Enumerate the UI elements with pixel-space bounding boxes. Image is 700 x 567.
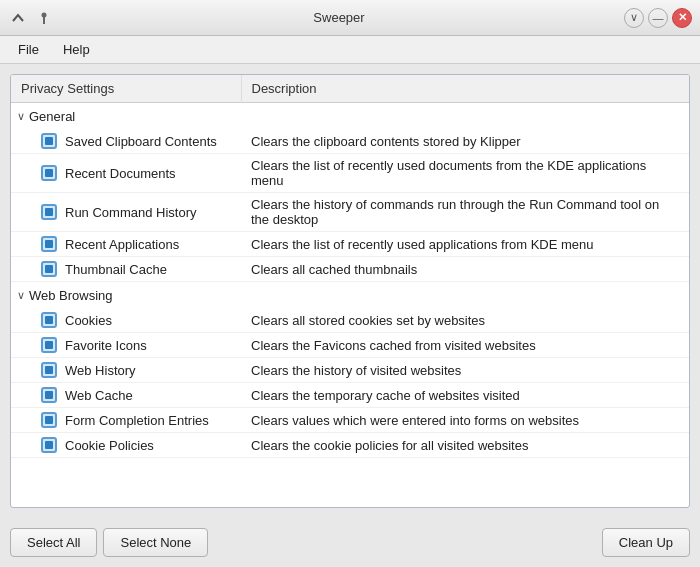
row-description: Clears the history of commands run throu… xyxy=(241,193,689,232)
row-name-cell: Run Command History xyxy=(21,204,231,220)
section-header-general: ∨ General xyxy=(11,103,689,130)
row-name-cell: Cookies xyxy=(21,312,231,328)
section-header-web-browsing: ∨ Web Browsing xyxy=(11,282,689,309)
row-name-cell: Recent Applications xyxy=(21,236,231,252)
select-all-button[interactable]: Select All xyxy=(10,528,97,557)
row-name-label: Thumbnail Cache xyxy=(65,262,167,277)
table-row: Favorite Icons Clears the Favicons cache… xyxy=(11,333,689,358)
row-checkbox[interactable] xyxy=(41,387,57,403)
row-description: Clears the list of recently used applica… xyxy=(241,232,689,257)
table-row: Run Command History Clears the history o… xyxy=(11,193,689,232)
table-row: Recent Applications Clears the list of r… xyxy=(11,232,689,257)
bottom-right-buttons: Clean Up xyxy=(602,528,690,557)
row-checkbox[interactable] xyxy=(41,165,57,181)
row-checkbox[interactable] xyxy=(41,412,57,428)
select-none-button[interactable]: Select None xyxy=(103,528,208,557)
row-checkbox[interactable] xyxy=(41,312,57,328)
row-name-label: Recent Documents xyxy=(65,166,176,181)
row-description: Clears all cached thumbnails xyxy=(241,257,689,282)
row-description: Clears the temporary cache of websites v… xyxy=(241,383,689,408)
row-name-label: Web Cache xyxy=(65,388,133,403)
svg-point-0 xyxy=(42,12,47,17)
menubar: File Help xyxy=(0,36,700,64)
table-header-row: Privacy Settings Description xyxy=(11,75,689,103)
col-header-privacy: Privacy Settings xyxy=(11,75,241,103)
row-name-cell: Web History xyxy=(21,362,231,378)
main-content: Privacy Settings Description ∨ General S… xyxy=(0,64,700,518)
titlebar-controls: ∨ — ✕ xyxy=(624,8,692,28)
table-row: Form Completion Entries Clears values wh… xyxy=(11,408,689,433)
titlebar-left-icons xyxy=(8,8,54,28)
row-checkbox[interactable] xyxy=(41,236,57,252)
bottom-left-buttons: Select All Select None xyxy=(10,528,208,557)
maximize-button[interactable]: — xyxy=(648,8,668,28)
row-name-cell: Web Cache xyxy=(21,387,231,403)
app-title: Sweeper xyxy=(54,10,624,25)
row-name-label: Web History xyxy=(65,363,136,378)
row-name-label: Favorite Icons xyxy=(65,338,147,353)
menu-help[interactable]: Help xyxy=(53,39,100,60)
row-description: Clears values which were entered into fo… xyxy=(241,408,689,433)
row-description: Clears the history of visited websites xyxy=(241,358,689,383)
row-description: Clears the cookie policies for all visit… xyxy=(241,433,689,458)
section-label-web-browsing: Web Browsing xyxy=(29,288,113,303)
row-name-label: Cookies xyxy=(65,313,112,328)
row-description: Clears the Favicons cached from visited … xyxy=(241,333,689,358)
row-name-cell: Form Completion Entries xyxy=(21,412,231,428)
clean-up-button[interactable]: Clean Up xyxy=(602,528,690,557)
row-name-label: Run Command History xyxy=(65,205,197,220)
row-checkbox[interactable] xyxy=(41,362,57,378)
table-row: Web History Clears the history of visite… xyxy=(11,358,689,383)
row-name-cell: Favorite Icons xyxy=(21,337,231,353)
settings-table: Privacy Settings Description ∨ General S… xyxy=(11,75,689,458)
row-name-label: Cookie Policies xyxy=(65,438,154,453)
bottom-bar: Select All Select None Clean Up xyxy=(0,518,700,567)
row-description: Clears the clipboard contents stored by … xyxy=(241,129,689,154)
close-button[interactable]: ✕ xyxy=(672,8,692,28)
table-row: Cookie Policies Clears the cookie polici… xyxy=(11,433,689,458)
row-name-label: Saved Clipboard Contents xyxy=(65,134,217,149)
menu-file[interactable]: File xyxy=(8,39,49,60)
table-row: Web Cache Clears the temporary cache of … xyxy=(11,383,689,408)
svg-rect-1 xyxy=(43,17,45,22)
row-checkbox[interactable] xyxy=(41,204,57,220)
row-name-cell: Saved Clipboard Contents xyxy=(21,133,231,149)
minimize-button[interactable]: ∨ xyxy=(624,8,644,28)
row-checkbox[interactable] xyxy=(41,437,57,453)
chevron-general-icon: ∨ xyxy=(17,110,25,123)
row-checkbox[interactable] xyxy=(41,261,57,277)
row-checkbox[interactable] xyxy=(41,133,57,149)
row-name-label: Form Completion Entries xyxy=(65,413,209,428)
row-description: Clears the list of recently used documen… xyxy=(241,154,689,193)
titlebar-pin-icon[interactable] xyxy=(34,8,54,28)
titlebar: Sweeper ∨ — ✕ xyxy=(0,0,700,36)
table-row: Saved Clipboard Contents Clears the clip… xyxy=(11,129,689,154)
section-label-general: General xyxy=(29,109,75,124)
row-description: Clears all stored cookies set by website… xyxy=(241,308,689,333)
table-row: Recent Documents Clears the list of rece… xyxy=(11,154,689,193)
settings-table-container: Privacy Settings Description ∨ General S… xyxy=(10,74,690,508)
row-name-label: Recent Applications xyxy=(65,237,179,252)
table-row: Cookies Clears all stored cookies set by… xyxy=(11,308,689,333)
chevron-web-browsing-icon: ∨ xyxy=(17,289,25,302)
table-row: Thumbnail Cache Clears all cached thumbn… xyxy=(11,257,689,282)
section-toggle-general[interactable]: ∨ General xyxy=(17,109,75,124)
col-header-description: Description xyxy=(241,75,689,103)
titlebar-up-icon[interactable] xyxy=(8,8,28,28)
section-toggle-web-browsing[interactable]: ∨ Web Browsing xyxy=(17,288,113,303)
row-name-cell: Recent Documents xyxy=(21,165,231,181)
row-name-cell: Thumbnail Cache xyxy=(21,261,231,277)
row-name-cell: Cookie Policies xyxy=(21,437,231,453)
row-checkbox[interactable] xyxy=(41,337,57,353)
